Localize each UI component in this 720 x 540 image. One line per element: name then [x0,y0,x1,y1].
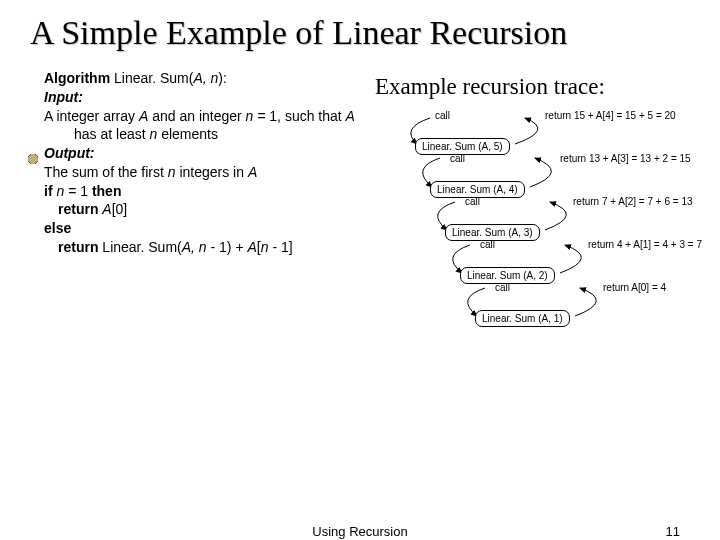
return-label-5: return A[0] = 4 [603,282,666,293]
kw-if: if [44,183,56,199]
trace-box-3: Linear. Sum (A, 3) [445,224,540,241]
return-label-2: return 13 + A[3] = 13 + 2 = 15 [560,153,691,164]
ret2-a: Linear. Sum( [102,239,181,255]
return-label-4: return 4 + A[1] = 4 + 3 = 7 [588,239,702,250]
slide-title: A Simple Example of Linear Recursion [30,14,690,52]
input-1b: A [139,108,148,124]
input-3b: elements [157,126,218,142]
svg-rect-0 [28,154,38,164]
ret2-b: A, n [182,239,207,255]
call-label-1: call [435,110,450,121]
kw-algorithm: Algorithm [44,70,110,86]
algorithm-block: Algorithm Linear. Sum(A, n): Input: A in… [30,70,365,370]
return-label-3: return 7 + A[2] = 7 + 6 = 13 [573,196,693,207]
page-number: 11 [666,524,680,539]
output-d: A [248,164,257,180]
trace-title: Example recursion trace: [375,74,690,100]
algo-head-close: ): [218,70,227,86]
kw-input: Input: [44,89,83,105]
algo-head-args: A, n [193,70,218,86]
trace-box-1: Linear. Sum (A, 5) [415,138,510,155]
trace-box-2: Linear. Sum (A, 4) [430,181,525,198]
if-b: = 1 [64,183,92,199]
kw-return2: return [58,239,102,255]
ret2-d: A [247,239,256,255]
footer-center-text: Using Recursion [312,524,407,539]
kw-output: Output: [44,145,95,161]
output-b: n [168,164,176,180]
ret2-g: - 1] [269,239,293,255]
ret2-c: - 1) + [207,239,248,255]
input-2b: 1, such that [269,108,345,124]
ret1-a: A [102,201,111,217]
kw-return1: return [58,201,102,217]
output-c: integers in [176,164,248,180]
ret2-f: n [261,239,269,255]
input-1a: A integer array [44,108,139,124]
output-a: The sum of the first [44,164,168,180]
input-2d: has at least [74,126,150,142]
ret1-b: [0] [112,201,128,217]
kw-then: then [92,183,122,199]
bullet-icon [28,154,38,164]
trace-box-5: Linear. Sum (A, 1) [475,310,570,327]
input-1c: and an integer [148,108,241,124]
input-2a: n = [246,108,270,124]
return-label-1: return 15 + A[4] = 15 + 5 = 20 [545,110,676,121]
algo-head-1: Linear. Sum( [110,70,193,86]
input-2c: A [346,108,355,124]
kw-else: else [44,220,71,236]
trace-box-4: Linear. Sum (A, 2) [460,267,555,284]
recursion-trace: call call call call call return 15 + A[4… [375,110,690,370]
